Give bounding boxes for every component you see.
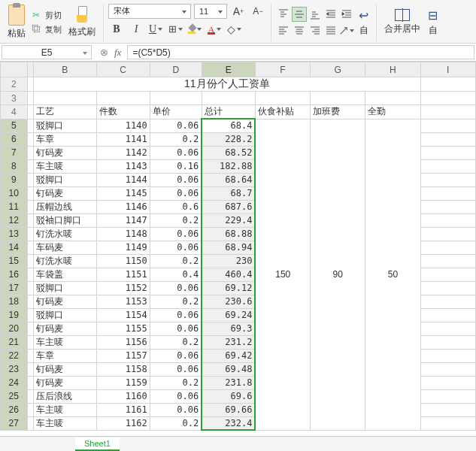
- cell-C5[interactable]: 1140: [96, 119, 150, 132]
- cell-B24[interactable]: 钉码麦: [33, 376, 96, 389]
- cell-I21[interactable]: [420, 335, 475, 349]
- cell-B6[interactable]: 车章: [33, 132, 96, 146]
- cell-B18[interactable]: 钉码麦: [33, 295, 96, 308]
- decrease-font-button[interactable]: [250, 4, 266, 19]
- col-header-H[interactable]: H: [365, 62, 420, 77]
- cell-A25[interactable]: [27, 389, 33, 403]
- align-right-button[interactable]: [308, 23, 323, 38]
- merged-g[interactable]: 90: [311, 119, 365, 430]
- cell-E26[interactable]: 69.66: [202, 403, 255, 416]
- cell-E27[interactable]: 232.4: [202, 416, 255, 430]
- row-header-27[interactable]: 27: [1, 416, 28, 430]
- cell-A13[interactable]: [27, 227, 33, 241]
- cell-D10[interactable]: 0.06: [150, 186, 202, 200]
- cell-E8[interactable]: 182.88: [202, 159, 255, 173]
- cell-I22[interactable]: [420, 349, 475, 362]
- cut-button[interactable]: 剪切: [30, 9, 64, 22]
- align-left-button[interactable]: [276, 23, 291, 38]
- cell-B19[interactable]: 驳脚口: [33, 308, 96, 322]
- cell-D8[interactable]: 0.16: [150, 159, 202, 173]
- cell-A15[interactable]: [27, 254, 33, 268]
- cell-C6[interactable]: 1141: [96, 132, 150, 146]
- col-header-G[interactable]: G: [311, 62, 365, 77]
- cell-C22[interactable]: 1157: [96, 349, 150, 362]
- cell-D22[interactable]: 0.06: [150, 349, 202, 362]
- cell-A22[interactable]: [27, 349, 33, 362]
- row-header-22[interactable]: 22: [1, 349, 28, 362]
- cell-C3[interactable]: [96, 92, 150, 105]
- cell-B13[interactable]: 钉洗水唛: [33, 227, 96, 241]
- cell-B15[interactable]: 钉洗水唛: [33, 254, 96, 268]
- cell-C14[interactable]: 1149: [96, 241, 150, 254]
- cell-A20[interactable]: [27, 322, 33, 335]
- cell-A6[interactable]: [27, 132, 33, 146]
- cell-H3[interactable]: [365, 92, 420, 105]
- cell-D3[interactable]: [150, 92, 202, 105]
- font-size-select[interactable]: 11: [194, 4, 227, 19]
- cell-D5[interactable]: 0.06: [150, 119, 202, 132]
- row-header-17[interactable]: 17: [1, 281, 28, 295]
- row-header-5[interactable]: 5: [1, 119, 28, 132]
- cell-C20[interactable]: 1155: [96, 322, 150, 335]
- cell-E14[interactable]: 68.94: [202, 241, 255, 254]
- cell-B11[interactable]: 压帽边线: [33, 200, 96, 213]
- cell-I16[interactable]: [420, 268, 475, 281]
- cell-B12[interactable]: 驳袖口脚口: [33, 213, 96, 227]
- row-header-10[interactable]: 10: [1, 186, 28, 200]
- header-b[interactable]: 工艺: [33, 105, 96, 120]
- bold-button[interactable]: [108, 22, 125, 37]
- col-header-E[interactable]: E: [202, 62, 255, 77]
- cell-E13[interactable]: 68.88: [202, 227, 255, 241]
- cell-D14[interactable]: 0.06: [150, 241, 202, 254]
- cell-A11[interactable]: [27, 200, 33, 213]
- merge-center-button[interactable]: 合并居中: [381, 8, 423, 37]
- cell-D7[interactable]: 0.06: [150, 146, 202, 159]
- col-header-C[interactable]: C: [96, 62, 150, 77]
- cell-E15[interactable]: 230: [202, 254, 255, 268]
- cell-C15[interactable]: 1150: [96, 254, 150, 268]
- cell-B23[interactable]: 钉码麦: [33, 362, 96, 376]
- cell-I15[interactable]: [420, 254, 475, 268]
- row-header-8[interactable]: 8: [1, 159, 28, 173]
- cell-I25[interactable]: [420, 389, 475, 403]
- cell-D23[interactable]: 0.06: [150, 362, 202, 376]
- cell-B22[interactable]: 车章: [33, 349, 96, 362]
- cell-B20[interactable]: 钉码麦: [33, 322, 96, 335]
- indent-decrease-button[interactable]: [323, 7, 338, 22]
- cell-C7[interactable]: 1142: [96, 146, 150, 159]
- cell-E19[interactable]: 69.24: [202, 308, 255, 322]
- cell-I4[interactable]: [420, 105, 475, 120]
- cell-C16[interactable]: 1151: [96, 268, 150, 281]
- align-middle-button[interactable]: [292, 7, 307, 22]
- cell-B21[interactable]: 车主唛: [33, 335, 96, 349]
- cell-A24[interactable]: [27, 376, 33, 389]
- formula-input[interactable]: =(C5*D5): [127, 45, 474, 59]
- cell-A8[interactable]: [27, 159, 33, 173]
- cell-I2[interactable]: [420, 77, 475, 92]
- italic-button[interactable]: [128, 22, 144, 37]
- align-center-button[interactable]: [292, 23, 307, 38]
- header-d[interactable]: 单价: [150, 105, 202, 120]
- cell-E20[interactable]: 69.3: [202, 322, 255, 335]
- fill-color-button[interactable]: [186, 22, 203, 37]
- cell-E21[interactable]: 231.2: [202, 335, 255, 349]
- row-header-12[interactable]: 12: [1, 213, 28, 227]
- cell-D18[interactable]: 0.2: [150, 295, 202, 308]
- col-header-D[interactable]: D: [150, 62, 202, 77]
- row-header-11[interactable]: 11: [1, 200, 28, 213]
- row-header-26[interactable]: 26: [1, 403, 28, 416]
- cell-I5[interactable]: [420, 119, 475, 132]
- cell-I12[interactable]: [420, 213, 475, 227]
- row-header-3[interactable]: 3: [1, 92, 28, 105]
- cell-D13[interactable]: 0.06: [150, 227, 202, 241]
- cell-B9[interactable]: 驳脚口: [33, 173, 96, 186]
- cell-D15[interactable]: 0.2: [150, 254, 202, 268]
- auto-wrap-button[interactable]: ⊟ 自: [425, 7, 441, 38]
- cell-D20[interactable]: 0.06: [150, 322, 202, 335]
- cell-C18[interactable]: 1153: [96, 295, 150, 308]
- header-c[interactable]: 件数: [96, 105, 150, 120]
- font-name-select[interactable]: 宋体: [108, 4, 191, 19]
- cell-E9[interactable]: 68.64: [202, 173, 255, 186]
- name-box[interactable]: E5: [2, 45, 92, 59]
- cell-A9[interactable]: [27, 173, 33, 186]
